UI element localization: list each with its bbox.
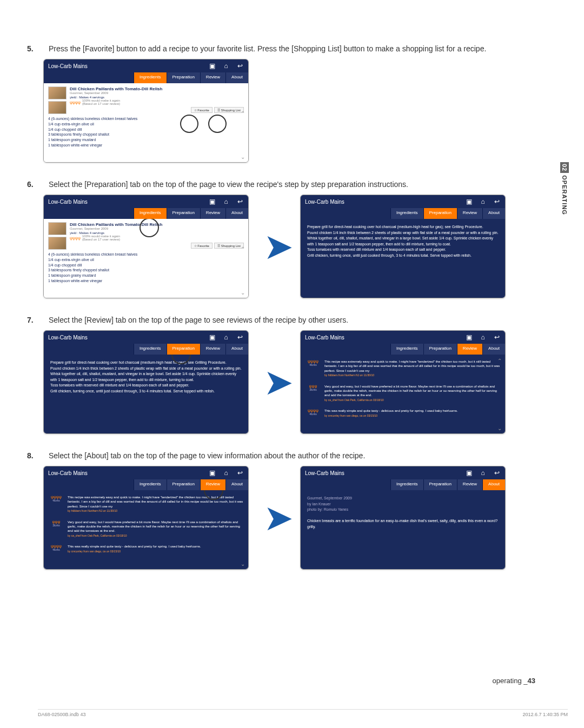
home-icon[interactable]: ⌂: [222, 198, 230, 205]
scroll-up-icon[interactable]: ⌃: [241, 110, 245, 116]
tab-ingredients[interactable]: Ingredients: [134, 208, 167, 219]
tabs-bar: Ingredients Preparation Review About: [44, 344, 248, 355]
tab-review[interactable]: Review: [457, 344, 482, 355]
home-icon[interactable]: ⌂: [222, 62, 230, 70]
app-title: Low-Carb Mains: [48, 63, 88, 69]
content-area: Dill Chicken Paillards with Tomato-Dill …: [44, 83, 248, 162]
back-icon[interactable]: ↩: [236, 198, 244, 205]
tab-about[interactable]: About: [482, 344, 505, 355]
scroll-up-icon[interactable]: ⌃: [497, 358, 502, 364]
shopping-list-button[interactable]: ☰ Shopping List: [214, 243, 244, 249]
tab-preparation[interactable]: Preparation: [167, 208, 200, 219]
favorite-button[interactable]: ☆ Favorite: [191, 107, 213, 113]
step-7: 7.Select the [Review] tab on the top of …: [38, 315, 546, 434]
content-area-prep: Prepare grill for direct-heat cooking ov…: [44, 355, 248, 433]
save-icon[interactable]: ▣: [465, 198, 473, 205]
home-icon[interactable]: ⌂: [479, 198, 487, 205]
recipe-source: Gourmet, September 2009: [70, 91, 244, 95]
back-icon[interactable]: ↩: [236, 469, 244, 477]
shopping-list-button[interactable]: ☰ Shopping List: [214, 107, 244, 113]
save-icon[interactable]: ▣: [208, 469, 216, 477]
forks-icon: ψψψψ: [70, 101, 81, 104]
forks-icon: ψψψψ: [48, 495, 64, 499]
ingredient-list: 4 (6-ounces) skinless boneless chicken b…: [48, 252, 244, 284]
review-text: This was really simple and quite tasty -…: [324, 409, 501, 418]
scroll-down-icon[interactable]: ⌄: [497, 425, 502, 431]
review-item: ψψψ3forks Very good and easy, but I woul…: [48, 518, 244, 540]
tab-review[interactable]: Review: [200, 479, 225, 490]
tab-preparation[interactable]: Preparation: [167, 344, 200, 355]
recipe-rating: ψψψψ 100% would make it again(Based on 1…: [70, 235, 244, 241]
scroll-up-icon[interactable]: ⌃: [241, 246, 245, 252]
home-icon[interactable]: ⌂: [222, 469, 230, 477]
recipe-thumb: [48, 237, 67, 250]
tab-review[interactable]: Review: [457, 479, 482, 490]
scroll-down-icon[interactable]: ⌄: [241, 561, 245, 567]
tab-ingredients[interactable]: Ingredients: [390, 208, 423, 219]
step-5-text: 5.Press the [Favorite] button to add a r…: [38, 43, 546, 55]
tab-preparation[interactable]: Preparation: [423, 208, 457, 219]
tab-preparation[interactable]: Preparation: [423, 479, 457, 490]
forks-icon: ψψψψ: [305, 409, 321, 412]
tab-preparation[interactable]: Preparation: [167, 479, 200, 490]
recipe-thumb: [48, 222, 67, 235]
step-5: 5.Press the [Favorite] button to add a r…: [38, 43, 546, 163]
save-icon[interactable]: ▣: [465, 333, 473, 341]
tab-ingredients[interactable]: Ingredients: [390, 344, 423, 355]
app-title: Low-Carb Mains: [305, 335, 344, 340]
about-text: Gourmet, September 2009 by Ian Knauer ph…: [305, 493, 501, 532]
save-icon[interactable]: ▣: [465, 469, 473, 477]
side-tab: 02 OPERATING: [561, 162, 568, 215]
tabs-bar: Ingredients Preparation Review About: [301, 344, 505, 355]
tabs-bar: Ingredients Preparation Review About: [301, 208, 505, 219]
app-title: Low-Carb Mains: [48, 470, 88, 476]
tab-ingredients[interactable]: Ingredients: [134, 479, 167, 490]
tab-about[interactable]: About: [225, 479, 248, 490]
tab-about[interactable]: About: [225, 208, 248, 219]
back-icon[interactable]: ↩: [493, 469, 501, 477]
content-area: Dill Chicken Paillards with Tomato-Dill …: [44, 219, 248, 298]
ingredient-list: 4 (6-ounces) skinless boneless chicken b…: [48, 116, 244, 148]
forks-icon: ψψψψ: [70, 236, 81, 240]
scroll-down-icon[interactable]: ⌄: [241, 154, 245, 160]
recipe-title: Dill Chicken Paillards with Tomato-Dill …: [70, 86, 244, 91]
tabs-bar: Ingredients Preparation Review About: [44, 72, 248, 83]
tab-about[interactable]: About: [482, 479, 505, 490]
recipe-thumb: [48, 101, 67, 114]
preparation-text: Prepare grill for direct-heat cooking ov…: [305, 222, 501, 261]
tab-review[interactable]: Review: [200, 344, 225, 355]
app-title: Low-Carb Mains: [48, 335, 88, 340]
tab-review[interactable]: Review: [200, 72, 225, 83]
save-icon[interactable]: ▣: [208, 62, 216, 70]
back-icon[interactable]: ↩: [236, 333, 244, 341]
tab-preparation[interactable]: Preparation: [423, 344, 457, 355]
scroll-down-icon[interactable]: ⌄: [241, 290, 245, 296]
header-icons: ▣ ⌂ ↩: [465, 333, 501, 341]
tab-about[interactable]: About: [225, 344, 248, 355]
tab-review[interactable]: Review: [457, 208, 482, 219]
forks-icon: ψψψ: [48, 520, 64, 524]
review-item: ψψψψ4forks This was really simple and qu…: [305, 407, 501, 419]
tab-ingredients[interactable]: Ingredients: [134, 344, 167, 355]
back-icon[interactable]: ↩: [493, 333, 501, 341]
home-icon[interactable]: ⌂: [222, 333, 230, 341]
tab-about[interactable]: About: [482, 208, 505, 219]
save-icon[interactable]: ▣: [208, 333, 216, 341]
review-text: This was really simple and quite tasty -…: [68, 544, 244, 553]
header-icons: ▣ ⌂ ↩: [208, 469, 244, 477]
recipe-rating: ψψψψ 100% would make it again(Based on 1…: [70, 99, 244, 105]
preparation-text: Prepare grill for direct-heat cooking ov…: [48, 358, 244, 396]
save-icon[interactable]: ▣: [208, 198, 216, 205]
favorite-button[interactable]: ☆ Favorite: [191, 243, 213, 249]
tab-ingredients[interactable]: Ingredients: [390, 479, 423, 490]
home-icon[interactable]: ⌂: [479, 333, 487, 341]
tab-ingredients[interactable]: Ingredients: [134, 72, 167, 83]
tab-review[interactable]: Review: [200, 208, 225, 219]
tab-about[interactable]: About: [225, 72, 248, 83]
step-6: 6.Select the [Preparation] tab on the to…: [38, 179, 546, 298]
recipe-source: Gourmet, September 2009: [70, 227, 244, 230]
home-icon[interactable]: ⌂: [479, 469, 487, 477]
back-icon[interactable]: ↩: [236, 62, 244, 70]
tab-preparation[interactable]: Preparation: [167, 72, 200, 83]
back-icon[interactable]: ↩: [493, 198, 501, 205]
